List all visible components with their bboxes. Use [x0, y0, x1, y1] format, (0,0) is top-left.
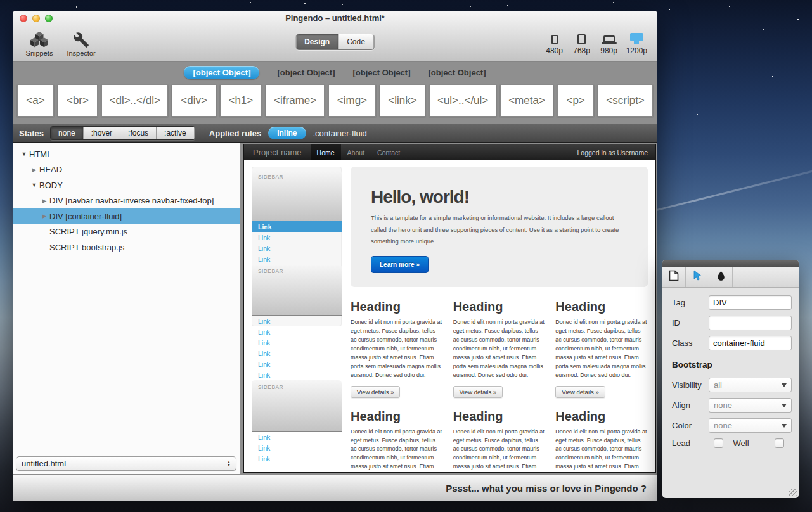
main-content: HTML HEAD BODY DIV [navbar navba — [13, 143, 657, 474]
field-input[interactable] — [709, 316, 792, 330]
dropdown-select[interactable]: all — [709, 378, 792, 392]
view-details-button[interactable]: View details » — [351, 386, 400, 398]
learn-more-button[interactable]: Learn more » — [371, 256, 429, 273]
view-toggle-button[interactable]: Design — [296, 34, 338, 49]
preview-nav-link[interactable]: About — [341, 144, 371, 160]
applied-rule-name[interactable]: .container-fluid — [313, 129, 367, 138]
preview-nav-link[interactable]: Home — [311, 144, 341, 160]
tag-snippet-button[interactable]: <div> — [172, 84, 216, 117]
hero-unit[interactable]: Hello, world! This is a template for a s… — [351, 167, 648, 287]
field-input[interactable] — [709, 295, 792, 310]
tag-snippet-button[interactable]: <iframe> — [266, 84, 325, 117]
sidebar-row[interactable]: Link — [252, 253, 342, 264]
sidebar-row[interactable]: Link — [252, 359, 342, 369]
tree-item[interactable]: DIV [navbar navbar-inverse navbar-fixed-… — [13, 193, 240, 209]
checkbox[interactable] — [714, 438, 723, 448]
tree-item[interactable]: BODY — [13, 177, 240, 193]
tag-snippet-button[interactable]: <img> — [328, 84, 375, 117]
stepper-icon: ▲▼ — [227, 461, 231, 467]
feedback-message[interactable]: Pssst... what you miss or love in Pingen… — [446, 483, 647, 494]
device-size-button[interactable]: 980p — [599, 35, 619, 55]
sidebar-row[interactable]: SIDEBAR — [252, 264, 342, 316]
sidebar-row[interactable]: Link — [252, 243, 342, 253]
tree-item[interactable]: SCRIPT bootstrap.js — [13, 240, 240, 255]
sidebar-row[interactable]: Link — [252, 221, 342, 232]
content-card[interactable]: Heading Donec id elit non mi porta gravi… — [555, 409, 648, 472]
card-text: Donec id elit non mi porta gravida at eg… — [351, 318, 443, 380]
checkbox[interactable] — [775, 438, 784, 448]
content-card[interactable]: Heading Donec id elit non mi porta gravi… — [453, 409, 546, 472]
view-toggle-button[interactable]: Code — [338, 34, 374, 49]
preview-nav-link[interactable]: Contact — [371, 144, 406, 160]
tag-snippet-button[interactable]: <script> — [598, 84, 653, 117]
sidebar-row[interactable]: Link — [252, 432, 342, 442]
sidebar-row[interactable]: Link — [252, 369, 342, 380]
dropdown-select[interactable]: none — [709, 418, 792, 433]
content-card[interactable]: Heading Donec id elit non mi porta gravi… — [555, 300, 648, 398]
style-tab[interactable] — [709, 267, 733, 287]
state-button[interactable]: :hover — [84, 127, 120, 139]
view-details-button[interactable]: View details » — [555, 386, 605, 398]
titlebar[interactable]: Pingendo – untitled.html* — [13, 11, 657, 26]
tag-snippet-button[interactable]: <p> — [557, 84, 594, 117]
sidebar-row[interactable]: Link — [252, 348, 342, 359]
expander-icon[interactable] — [39, 213, 49, 219]
panel-drag-handle[interactable] — [662, 260, 799, 267]
palette-tab[interactable]: [object Object] — [353, 68, 411, 77]
device-size-button[interactable]: 1200p — [626, 33, 647, 55]
tree-item[interactable]: HEAD — [13, 162, 240, 178]
preview-brand[interactable]: Project name — [244, 148, 311, 157]
palette-tab[interactable]: [object Object] — [184, 66, 259, 79]
inspector-button[interactable]: Inspector — [65, 32, 98, 57]
status-bar: Pssst... what you miss or love in Pingen… — [13, 474, 657, 501]
tag-snippet-button[interactable]: <a> — [17, 84, 54, 117]
preview-navbar: Project name Home About Contact Logged i… — [244, 144, 655, 160]
sidebar-row[interactable]: Link — [252, 453, 342, 464]
palette-tab[interactable]: [object Object] — [429, 68, 486, 77]
expander-icon[interactable] — [29, 182, 39, 188]
state-button[interactable]: :active — [157, 127, 195, 139]
dropdown-value: all — [714, 380, 722, 390]
device-size-group: 480p 768p 980p — [545, 33, 647, 55]
tag-snippet-button[interactable]: <ul>..</ul> — [429, 84, 496, 117]
dropdown-label: Color — [669, 421, 709, 430]
tree-item[interactable]: SCRIPT jquery.min.js — [13, 224, 240, 240]
content-card[interactable]: Heading Donec id elit non mi porta gravi… — [453, 300, 546, 398]
sidebar-row[interactable]: Link — [252, 232, 342, 243]
inline-rule-badge[interactable]: Inline — [268, 127, 306, 139]
tree-item-label: BODY — [39, 181, 63, 190]
sidebar-row[interactable]: Link — [252, 337, 342, 348]
tree-item[interactable]: DIV [container-fluid] — [13, 208, 240, 224]
snippets-button[interactable]: Snippets — [23, 32, 56, 57]
dropdown-select[interactable]: none — [709, 398, 792, 413]
palette-tab[interactable]: [object Object] — [277, 68, 335, 77]
content-card[interactable]: Heading Donec id elit non mi porta gravi… — [351, 300, 443, 398]
view-details-button[interactable]: View details » — [453, 386, 503, 398]
expander-icon[interactable] — [19, 151, 29, 157]
device-size-button[interactable]: 768p — [572, 34, 592, 55]
inspector-dropdown-row: Align none — [669, 398, 792, 413]
select-tab[interactable] — [686, 267, 709, 287]
tag-snippet-button[interactable]: <dl>..</dl> — [101, 84, 169, 117]
tag-snippet-button[interactable]: <br> — [58, 84, 98, 117]
sidebar-row[interactable]: Link — [252, 316, 342, 326]
content-card[interactable]: Heading Donec id elit non mi porta gravi… — [351, 409, 443, 472]
tree-item[interactable]: HTML — [13, 146, 240, 162]
expander-icon[interactable] — [29, 167, 39, 173]
tag-snippet-button[interactable]: <h1> — [220, 84, 262, 117]
field-input[interactable] — [709, 336, 792, 350]
sidebar-row[interactable]: Link — [252, 326, 342, 337]
tag-snippet-button[interactable]: <meta> — [500, 84, 553, 117]
tag-snippet-button[interactable]: <link> — [380, 84, 426, 117]
sidebar-row[interactable]: SIDEBAR — [252, 380, 342, 432]
resize-grip[interactable] — [789, 489, 797, 496]
sidebar-row[interactable]: SIDEBAR — [252, 170, 342, 221]
expander-icon[interactable] — [39, 198, 49, 204]
dom-tree-panel: HTML HEAD BODY DIV [navbar navba — [13, 143, 240, 474]
device-size-button[interactable]: 480p — [545, 35, 565, 55]
sidebar-row[interactable]: Link — [252, 442, 342, 453]
file-select[interactable]: untitled.html ▲▼ — [16, 456, 236, 471]
state-button[interactable]: none — [51, 127, 84, 139]
state-button[interactable]: :focus — [120, 127, 157, 139]
document-tab[interactable] — [662, 267, 686, 287]
